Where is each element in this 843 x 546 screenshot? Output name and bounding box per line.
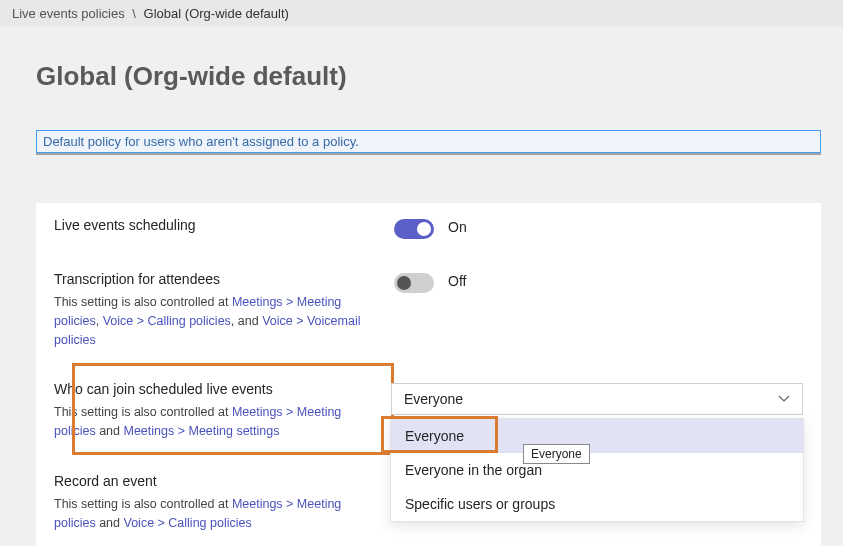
dropdown-selected-value: Everyone	[404, 391, 463, 407]
toggle-knob	[397, 276, 411, 290]
tooltip: Everyone	[523, 444, 590, 464]
record-label: Record an event	[54, 473, 380, 489]
dropdown-option-everyone[interactable]: Everyone Everyone	[391, 419, 803, 453]
transcription-toggle[interactable]	[394, 273, 434, 293]
breadcrumb-separator: \	[132, 6, 136, 21]
input-underline	[36, 153, 821, 155]
settings-panel: Live events scheduling On Transcription …	[36, 203, 821, 546]
who-join-description: This setting is also controlled at Meeti…	[54, 403, 377, 441]
record-description: This setting is also controlled at Meeti…	[54, 495, 380, 533]
setting-row-who-can-join: Who can join scheduled live events This …	[36, 363, 821, 459]
transcription-toggle-state: Off	[448, 273, 466, 289]
scheduling-label: Live events scheduling	[54, 217, 380, 233]
page-title: Global (Org-wide default)	[36, 61, 807, 92]
scheduling-toggle[interactable]	[394, 219, 434, 239]
link-calling-policies[interactable]: Voice > Calling policies	[103, 314, 231, 328]
scheduling-toggle-state: On	[448, 219, 467, 235]
dropdown-option-specific[interactable]: Specific users or groups	[391, 487, 803, 521]
setting-row-transcription: Transcription for attendees This setting…	[36, 257, 821, 363]
dropdown-option-org[interactable]: Everyone in the organ	[391, 453, 803, 487]
chevron-down-icon	[778, 395, 790, 403]
toggle-knob	[417, 222, 431, 236]
setting-row-scheduling: Live events scheduling On	[36, 203, 821, 257]
link-meeting-settings[interactable]: Meetings > Meeting settings	[124, 424, 280, 438]
breadcrumb-current: Global (Org-wide default)	[144, 6, 289, 21]
dropdown-listbox: Everyone Everyone Everyone in the organ …	[390, 418, 804, 522]
link-calling-policies-2[interactable]: Voice > Calling policies	[124, 516, 252, 530]
transcription-label: Transcription for attendees	[54, 271, 380, 287]
who-join-dropdown[interactable]: Everyone	[391, 383, 803, 415]
who-join-label: Who can join scheduled live events	[54, 381, 377, 397]
policy-description-input[interactable]	[36, 130, 821, 153]
breadcrumb: Live events policies \ Global (Org-wide …	[0, 0, 843, 27]
breadcrumb-parent-link[interactable]: Live events policies	[12, 6, 125, 21]
transcription-description: This setting is also controlled at Meeti…	[54, 293, 380, 349]
